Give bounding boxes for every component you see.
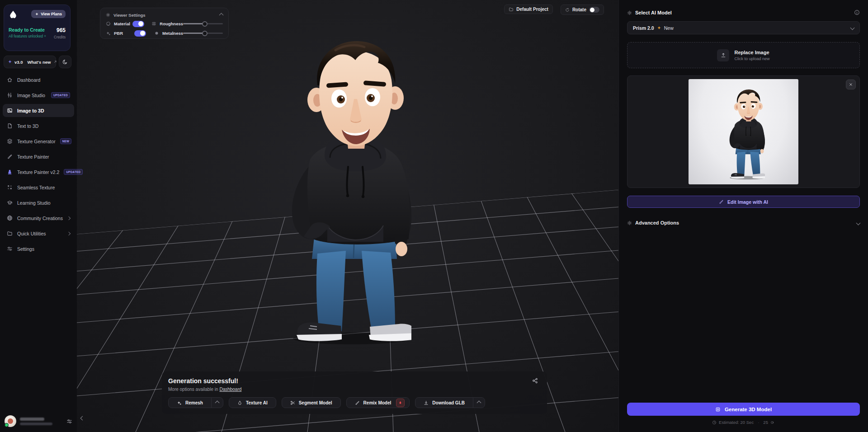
- view-plans-button[interactable]: View Plans: [31, 10, 66, 18]
- pbr-label: PBR: [114, 31, 134, 36]
- gear-icon: [627, 221, 632, 225]
- material-toggle[interactable]: [132, 21, 144, 27]
- sidebar-item-community-creations[interactable]: Community Creations: [3, 211, 74, 225]
- metalness-label: Metalness: [162, 31, 183, 36]
- sidebar-item-label: Quick Utilities: [17, 231, 46, 236]
- pbr-toggle[interactable]: [134, 30, 146, 37]
- material-label: Material: [114, 21, 132, 26]
- gear-icon: [106, 13, 110, 17]
- sidebar-item-label: Texture Painter v2.2: [17, 169, 59, 175]
- home-icon: [7, 77, 13, 83]
- sidebar-item-texture-painter[interactable]: Texture Painter: [3, 150, 74, 163]
- sidebar-item-learning-studio[interactable]: Learning Studio: [3, 196, 74, 209]
- expand-options-button[interactable]: [473, 397, 485, 408]
- sparkle-icon: [35, 12, 39, 16]
- image-studio-icon: [7, 92, 13, 98]
- sidebar-item-image-studio[interactable]: Image Studio UPDATED: [3, 89, 74, 102]
- folder-icon: [509, 7, 514, 12]
- user-settings-icon[interactable]: [66, 418, 72, 424]
- sidebar-item-label: Seamless Texture: [17, 185, 55, 190]
- sidebar-item-image-to-3d[interactable]: Image to 3D: [3, 104, 74, 117]
- graduation-icon: [7, 200, 13, 206]
- sidebar-item-seamless-texture[interactable]: Seamless Texture: [3, 181, 74, 194]
- remix-model-button[interactable]: Remix Model: [346, 397, 410, 408]
- segment-model-button[interactable]: Segment Model: [282, 397, 341, 408]
- sidebar-item-dashboard[interactable]: Dashboard: [3, 73, 74, 86]
- credits-label: Credits: [54, 35, 66, 39]
- model-name: Prism 2.0: [633, 25, 654, 31]
- nav-badge: UPDATED: [64, 169, 83, 175]
- viewport-3d[interactable]: Viewer Settings Material Roughness PBR M…: [77, 0, 618, 432]
- nav-badge: NEW: [60, 138, 72, 144]
- upload-icon: [721, 52, 726, 58]
- theme-toggle-button[interactable]: [59, 56, 71, 68]
- globe-icon: [7, 215, 13, 221]
- texture-ai-button[interactable]: Texture AI: [229, 397, 276, 408]
- estimate-label: Estimated: 20 Sec: [719, 420, 754, 425]
- project-label: Default Project: [516, 7, 548, 12]
- generate-label: Generate 3D Model: [725, 407, 772, 412]
- cost-value: 25: [763, 420, 768, 425]
- replace-image-title: Replace Image: [734, 50, 769, 55]
- roughness-label: Roughness: [160, 21, 183, 26]
- remesh-button[interactable]: Remesh: [168, 397, 212, 408]
- share-icon: [532, 378, 538, 384]
- rotate-icon: [565, 8, 570, 12]
- roughness-slider[interactable]: [183, 21, 223, 27]
- right-panel: Select AI Model Prism 2.0 New Replace Im…: [618, 0, 868, 432]
- rotate-toggle[interactable]: [589, 7, 599, 13]
- sidebar-item-text-to-3d[interactable]: Text to 3D: [3, 119, 74, 132]
- character-model-3d: [267, 29, 411, 352]
- sidebar-item-settings[interactable]: Settings: [3, 242, 74, 255]
- uploaded-image: [689, 79, 798, 184]
- scissors-icon: [290, 400, 295, 405]
- share-button[interactable]: [531, 377, 539, 386]
- generation-toast: Generation successful! More options avai…: [162, 371, 547, 414]
- sidebar-collapse-button[interactable]: [80, 413, 85, 422]
- sidebar-item-label: Dashboard: [17, 77, 40, 83]
- sidebar-item-texture-generator[interactable]: Texture Generator NEW: [3, 135, 74, 148]
- download-glb-button[interactable]: Download GLB: [415, 397, 473, 408]
- user-menu[interactable]: [0, 410, 77, 432]
- edit-image-label: Edit Image with AI: [727, 199, 768, 205]
- sidebar: View Plans Ready to Create All features …: [0, 0, 77, 432]
- sidebar-item-label: Texture Generator: [17, 139, 56, 144]
- sidebar-item-quick-utilities[interactable]: Quick Utilities: [3, 227, 74, 240]
- sidebar-item-texture-painter-v2-2[interactable]: Texture Painter v2.2 UPDATED: [3, 165, 74, 178]
- text-to-3d-icon: [7, 123, 13, 129]
- rotate-label: Rotate: [572, 7, 586, 12]
- sliders-icon: [7, 246, 13, 252]
- estimate-row: Estimated: 20 Sec · 25: [627, 420, 860, 425]
- default-project-button[interactable]: Default Project: [504, 5, 553, 14]
- model-badge: New: [664, 25, 674, 31]
- brush-icon: [355, 400, 360, 405]
- uploaded-character-image: [722, 87, 765, 181]
- upload-icon-box: [717, 49, 729, 61]
- remove-image-button[interactable]: [846, 80, 856, 89]
- advanced-options-label: Advanced Options: [635, 220, 679, 225]
- toast-title: Generation successful!: [168, 377, 541, 385]
- sidebar-item-label: Image to 3D: [17, 108, 44, 113]
- info-button[interactable]: [854, 9, 860, 16]
- generate-cube-icon: [715, 407, 721, 412]
- advanced-options-toggle[interactable]: Advanced Options: [627, 220, 860, 225]
- brush-icon: [7, 154, 13, 160]
- chevron-up-icon[interactable]: [219, 13, 224, 17]
- sidebar-item-label: Settings: [17, 246, 34, 252]
- external-link-icon: [53, 60, 57, 64]
- app-logo-icon: [9, 10, 18, 20]
- generate-3d-model-button[interactable]: Generate 3D Model: [627, 403, 860, 416]
- dashboard-link[interactable]: Dashboard: [219, 387, 241, 392]
- whats-new-button[interactable]: v3.0 What's new: [4, 56, 56, 68]
- replace-image-dropzone[interactable]: Replace Image Click to upload new: [627, 42, 860, 68]
- image-to-3d-icon: [7, 108, 13, 113]
- toast-actions: Remesh Texture AI: [168, 397, 541, 408]
- edit-image-with-ai-button[interactable]: Edit Image with AI: [627, 196, 860, 208]
- metalness-slider[interactable]: [183, 31, 223, 36]
- droplet-icon: [237, 400, 242, 405]
- ready-title: Ready to Create: [9, 27, 46, 33]
- close-icon: [849, 82, 853, 87]
- rotate-control: Rotate: [561, 5, 604, 15]
- model-select-dropdown[interactable]: Prism 2.0 New: [627, 21, 860, 34]
- expand-options-button[interactable]: [211, 397, 223, 408]
